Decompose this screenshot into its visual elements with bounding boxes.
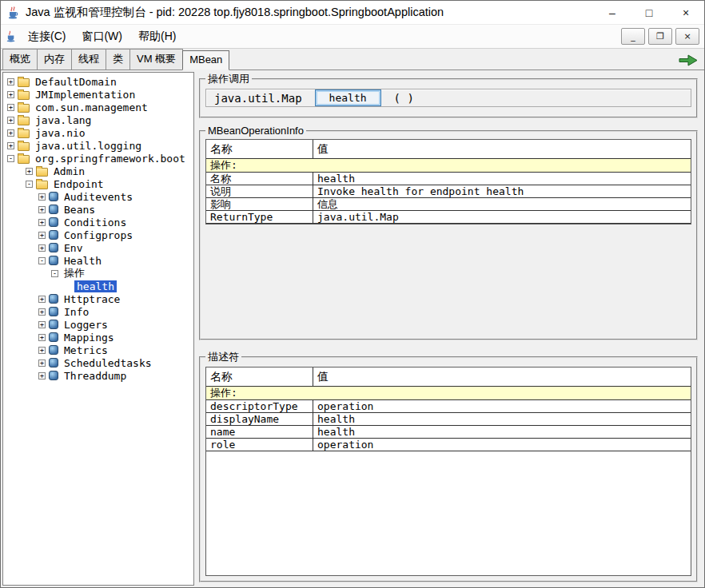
operation-invocation-box: 操作调用 java.util.Map health ( )	[199, 72, 698, 118]
descriptor-box: 描述符 名称 值 操作: descriptorTypeoperation dis…	[199, 350, 698, 582]
expander-icon[interactable]: +	[38, 372, 46, 379]
tree-item-java-nio[interactable]: +java.nio	[3, 126, 193, 139]
tree-item-java-lang[interactable]: +java.lang	[3, 113, 193, 126]
tree-item-label: Mappings	[62, 332, 117, 344]
cell-value: health	[313, 173, 691, 185]
tree-item-info[interactable]: +Info	[3, 305, 193, 318]
folder-icon	[18, 104, 30, 113]
expander-icon[interactable]: +	[26, 168, 33, 175]
tree-item-label: Scheduledtasks	[62, 357, 154, 369]
cell-name: 名称	[206, 173, 313, 185]
expander-icon[interactable]: +	[38, 321, 46, 328]
tab-classes[interactable]: 类	[106, 49, 130, 70]
expander-icon[interactable]: +	[38, 193, 46, 201]
expander-icon[interactable]: +	[38, 308, 46, 316]
expander-icon[interactable]: +	[38, 219, 46, 226]
tree-item-defaultdomain[interactable]: +DefaultDomain	[3, 75, 193, 88]
menu-bar: 连接(C) 窗口(W) 帮助(H) _ ❐ ×	[1, 25, 704, 49]
window-maximize-button[interactable]: □	[631, 1, 667, 24]
table-row[interactable]: 名称health	[206, 173, 691, 185]
window-controls: – □ ×	[594, 1, 704, 24]
mbean-icon	[49, 345, 58, 355]
tree-item-label: Conditions	[62, 217, 129, 228]
expander-icon[interactable]: +	[7, 104, 14, 111]
folder-icon	[18, 78, 30, 87]
cell-value: health	[313, 426, 691, 438]
table-empty-area	[206, 451, 691, 575]
table-header: 名称 值	[206, 368, 691, 387]
tree-item-scheduledtasks[interactable]: +Scheduledtasks	[3, 356, 193, 369]
expander-icon[interactable]: -	[26, 181, 33, 188]
window-minimize-button[interactable]: –	[594, 1, 631, 24]
table-row[interactable]: roleoperation	[206, 439, 691, 451]
tree-item-httptrace[interactable]: +Httptrace	[3, 292, 193, 305]
operation-invoke-button[interactable]: health	[315, 89, 381, 106]
table-row[interactable]: displayNamehealth	[206, 413, 691, 426]
tab-vm-summary[interactable]: VM 概要	[129, 49, 183, 70]
mbean-operation-info-box: MBeanOperationInfo 名称 值 操作: 名称health 说明I…	[199, 125, 698, 340]
expander-icon[interactable]: +	[7, 117, 14, 124]
frame-minimize-button[interactable]: _	[621, 28, 645, 45]
tree-item-conditions[interactable]: +Conditions	[3, 216, 193, 228]
tree-item-springframework-boot[interactable]: -org.springframework.boot	[3, 152, 193, 165]
table-row[interactable]: 说明Invoke health for endpoint health	[206, 185, 691, 198]
tree-item-java-util-logging[interactable]: +java.util.logging	[3, 139, 193, 152]
tab-overview[interactable]: 概览	[2, 49, 38, 70]
expander-icon[interactable]: -	[51, 270, 58, 277]
expander-icon[interactable]: +	[7, 91, 14, 98]
operation-row: java.util.Map health ( )	[205, 89, 691, 107]
table-row[interactable]: descriptorTypeoperation	[206, 400, 691, 413]
tree-item-label: java.util.logging	[33, 140, 144, 152]
tree-item-admin[interactable]: +Admin	[3, 165, 193, 177]
tree-item-label: JMImplementation	[33, 89, 137, 101]
table-section-row[interactable]: 操作:	[206, 159, 691, 173]
tree-item-health[interactable]: -Health	[3, 254, 193, 267]
jconsole-window: Java 监视和管理控制台 - pid: 20228 top.fjy8018.s…	[0, 0, 705, 588]
menu-window[interactable]: 窗口(W)	[74, 26, 129, 47]
expander-icon[interactable]: +	[38, 232, 46, 239]
tab-mbean[interactable]: MBean	[182, 50, 229, 70]
expander-icon[interactable]: -	[38, 257, 46, 264]
tree-item-beans[interactable]: +Beans	[3, 203, 193, 216]
expander-icon[interactable]: +	[7, 142, 14, 149]
window-title: Java 监视和管理控制台 - pid: 20228 top.fjy8018.s…	[26, 5, 444, 20]
folder-open-icon	[36, 181, 48, 189]
tree-item-env[interactable]: +Env	[3, 241, 193, 254]
frame-close-button[interactable]: ×	[675, 28, 699, 45]
expander-icon[interactable]: -	[7, 155, 14, 162]
mbean-operation-info-table: 名称 值 操作: 名称health 说明Invoke health for en…	[205, 139, 691, 224]
operation-params: ( )	[394, 92, 414, 105]
tree-item-metrics[interactable]: +Metrics	[3, 344, 193, 356]
expander-icon[interactable]: +	[38, 360, 46, 367]
expander-icon[interactable]: +	[38, 334, 46, 341]
expander-icon[interactable]: +	[38, 244, 46, 252]
tree-item-mappings[interactable]: +Mappings	[3, 331, 193, 344]
tree-item-auditevents[interactable]: +Auditevents	[3, 190, 193, 203]
menu-connection[interactable]: 连接(C)	[21, 26, 73, 47]
menu-help[interactable]: 帮助(H)	[131, 26, 183, 47]
folder-icon	[18, 91, 30, 100]
descriptor-box-title: 描述符	[205, 350, 241, 364]
tree-item-operations[interactable]: -操作	[3, 267, 193, 280]
table-section-row[interactable]: 操作:	[206, 387, 691, 400]
tree-item-endpoint[interactable]: -Endpoint	[3, 177, 193, 190]
frame-restore-button[interactable]: ❐	[648, 28, 672, 45]
window-close-button[interactable]: ×	[667, 1, 704, 24]
expander-icon[interactable]: +	[38, 206, 46, 213]
expander-icon[interactable]: +	[7, 78, 14, 85]
tree-item-com-sun-management[interactable]: +com.sun.management	[3, 101, 193, 113]
cell-value: operation	[313, 400, 691, 412]
expander-icon[interactable]: +	[38, 296, 46, 303]
table-row[interactable]: ReturnTypejava.util.Map	[206, 211, 691, 224]
table-row[interactable]: namehealth	[206, 426, 691, 439]
tree-item-jmimplementation[interactable]: +JMImplementation	[3, 88, 193, 101]
table-row[interactable]: 影响信息	[206, 198, 691, 211]
tree-item-health-operation[interactable]: health	[3, 280, 193, 292]
expander-icon[interactable]: +	[38, 347, 46, 354]
tree-item-loggers[interactable]: +Loggers	[3, 318, 193, 331]
expander-icon[interactable]: +	[7, 129, 14, 137]
tree-item-threaddump[interactable]: +Threaddump	[3, 369, 193, 382]
tree-item-configprops[interactable]: +Configprops	[3, 228, 193, 241]
tab-threads[interactable]: 线程	[71, 49, 106, 70]
tab-memory[interactable]: 内存	[37, 49, 72, 70]
